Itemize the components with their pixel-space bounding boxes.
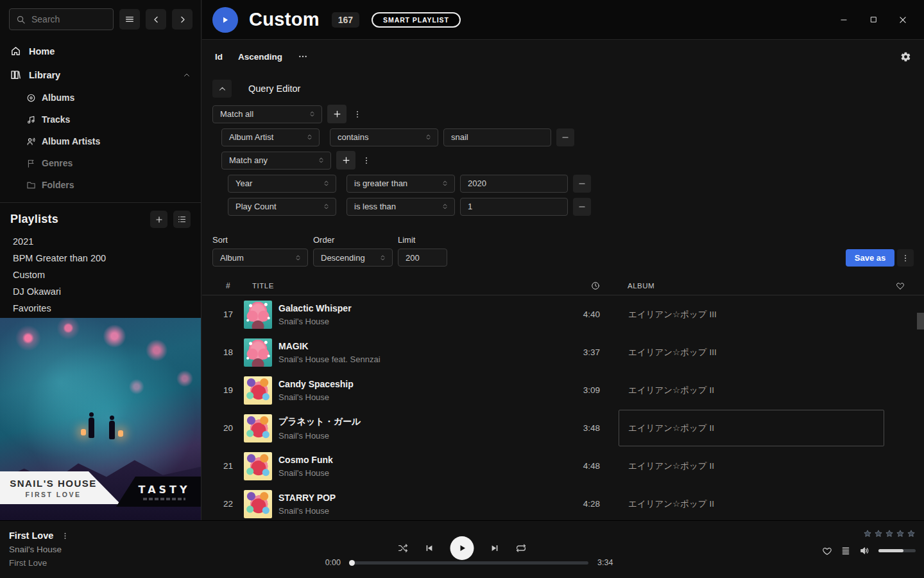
playlist-item[interactable]: Favorites <box>13 300 191 317</box>
track-album[interactable]: エイリアン☆ポップ III <box>619 296 884 333</box>
seek-bar[interactable] <box>350 561 588 565</box>
add-rule-button[interactable] <box>336 151 355 170</box>
now-playing-title[interactable]: First Love <box>9 530 53 541</box>
match-type-select[interactable]: Match any <box>221 152 331 170</box>
query-order-select[interactable]: Descending <box>313 249 393 267</box>
rule-operator-select[interactable]: is less than <box>346 198 455 216</box>
rule-value-input[interactable] <box>460 175 568 193</box>
rule-operator-select[interactable]: contains <box>330 128 438 146</box>
track-artist[interactable]: Snail's House <box>278 317 518 326</box>
rule-value-input[interactable] <box>443 128 551 146</box>
query-sort-select[interactable]: Album <box>212 249 308 267</box>
sort-field-button[interactable]: Id <box>215 52 223 62</box>
track-album[interactable]: エイリアン☆ポップ II <box>619 410 884 446</box>
track-artist[interactable]: Snail's House <box>278 392 518 402</box>
previous-track-button[interactable] <box>425 543 434 553</box>
star-icon[interactable] <box>885 529 894 538</box>
column-title[interactable]: TITLE <box>244 282 518 290</box>
now-playing-album-art[interactable]: SNAIL'S HOUSE FIRST LOVE TASTY <box>0 318 201 520</box>
track-album[interactable]: エイリアン☆ポップ II <box>619 448 884 484</box>
playlist-item[interactable]: BPM Greater than 200 <box>13 250 191 267</box>
next-track-button[interactable] <box>490 543 500 553</box>
now-playing-artist[interactable]: Snail's House <box>9 545 69 554</box>
nav-back-button[interactable] <box>146 9 166 30</box>
add-rule-button[interactable] <box>327 105 346 123</box>
scrollbar-thumb[interactable] <box>917 313 924 329</box>
column-favorite[interactable] <box>884 281 924 290</box>
track-title[interactable]: STARRY POP <box>278 493 518 503</box>
rule-field-select[interactable]: Album Artist <box>221 128 320 146</box>
track-artist[interactable]: Snail's House <box>278 468 518 478</box>
track-artist[interactable]: Snail's House feat. Sennzai <box>278 355 518 364</box>
playlist-item[interactable]: Custom <box>13 267 191 283</box>
column-album[interactable]: ALBUM <box>619 282 884 290</box>
volume-button[interactable] <box>859 545 870 556</box>
collapse-chevron-icon[interactable] <box>183 71 191 79</box>
track-album[interactable]: エイリアン☆ポップ II <box>619 372 884 408</box>
track-title[interactable]: Galactic Whisper <box>278 303 518 313</box>
now-playing-options-button[interactable] <box>61 532 69 540</box>
queue-button[interactable] <box>841 546 851 556</box>
query-editor-collapse-button[interactable] <box>212 80 232 98</box>
favorite-button[interactable] <box>822 546 832 556</box>
rule-operator-select[interactable]: is greater than <box>346 175 455 193</box>
query-limit-input[interactable] <box>398 249 447 267</box>
star-icon[interactable] <box>896 529 905 538</box>
window-maximize-button[interactable] <box>866 13 880 27</box>
menu-button[interactable] <box>119 9 140 30</box>
table-row[interactable]: 19 Candy Spaceship Snail's House 3:09 エイ… <box>202 371 924 409</box>
track-artist[interactable]: Snail's House <box>278 431 518 441</box>
seek-handle[interactable] <box>349 560 355 566</box>
track-title[interactable]: MAGIK <box>278 341 518 351</box>
sidebar-item-tracks[interactable]: Tracks <box>0 109 201 130</box>
table-row[interactable]: 20 プラネット・ガール Snail's House 3:48 エイリアン☆ポッ… <box>202 409 924 447</box>
table-row[interactable]: 22 STARRY POP Snail's House 4:28 エイリアン☆ポ… <box>202 485 924 523</box>
rule-value-input[interactable] <box>460 198 568 216</box>
sidebar-item-home[interactable]: Home <box>0 39 201 63</box>
rule-field-select[interactable]: Play Count <box>228 198 336 216</box>
track-album[interactable]: エイリアン☆ポップ III <box>619 334 884 371</box>
volume-slider[interactable] <box>878 549 916 552</box>
remove-rule-button[interactable] <box>556 128 574 146</box>
playlist-item[interactable]: 2021 <box>13 233 191 250</box>
remove-rule-button[interactable] <box>573 175 591 193</box>
sidebar-item-folders[interactable]: Folders <box>0 174 201 196</box>
star-icon[interactable] <box>907 529 916 538</box>
track-title[interactable]: Candy Spaceship <box>278 379 518 389</box>
track-title[interactable]: プラネット・ガール <box>278 416 518 428</box>
match-type-select[interactable]: Match all <box>212 105 322 123</box>
play-playlist-button[interactable] <box>212 7 238 33</box>
search-box[interactable] <box>9 8 114 30</box>
remove-rule-button[interactable] <box>573 198 591 216</box>
rule-field-select[interactable]: Year <box>228 175 336 193</box>
repeat-button[interactable] <box>516 543 527 554</box>
manage-playlists-button[interactable] <box>173 211 191 228</box>
window-close-button[interactable] <box>896 13 910 27</box>
save-options-button[interactable] <box>897 249 914 267</box>
column-number[interactable]: # <box>212 281 244 290</box>
sidebar-item-genres[interactable]: Genres <box>0 152 201 174</box>
column-duration[interactable] <box>518 281 604 290</box>
search-input[interactable] <box>31 14 107 24</box>
nav-forward-button[interactable] <box>172 9 193 30</box>
window-minimize-button[interactable] <box>837 13 851 27</box>
track-title[interactable]: Cosmo Funk <box>278 455 518 465</box>
track-artist[interactable]: Snail's House <box>278 506 518 516</box>
sidebar-item-albums[interactable]: Albums <box>0 87 201 109</box>
star-icon[interactable] <box>874 529 883 538</box>
table-row[interactable]: 17 Galactic Whisper Snail's House 4:40 エ… <box>202 295 924 333</box>
star-icon[interactable] <box>863 529 872 538</box>
playlist-item[interactable]: DJ Okawari <box>13 283 191 300</box>
shuffle-button[interactable] <box>398 543 409 554</box>
sort-direction-button[interactable]: Ascending <box>238 52 282 62</box>
track-album[interactable]: エイリアン☆ポップ II <box>619 486 884 522</box>
save-as-button[interactable]: Save as <box>846 249 894 267</box>
now-playing-album[interactable]: First Love <box>9 558 69 568</box>
more-options-button[interactable] <box>298 51 308 62</box>
settings-button[interactable] <box>900 51 911 62</box>
group-options-button[interactable] <box>361 156 372 165</box>
group-options-button[interactable] <box>352 110 363 119</box>
sidebar-item-album-artists[interactable]: Album Artists <box>0 130 201 152</box>
play-pause-button[interactable] <box>450 536 474 560</box>
table-row[interactable]: 21 Cosmo Funk Snail's House 4:48 エイリアン☆ポ… <box>202 447 924 485</box>
